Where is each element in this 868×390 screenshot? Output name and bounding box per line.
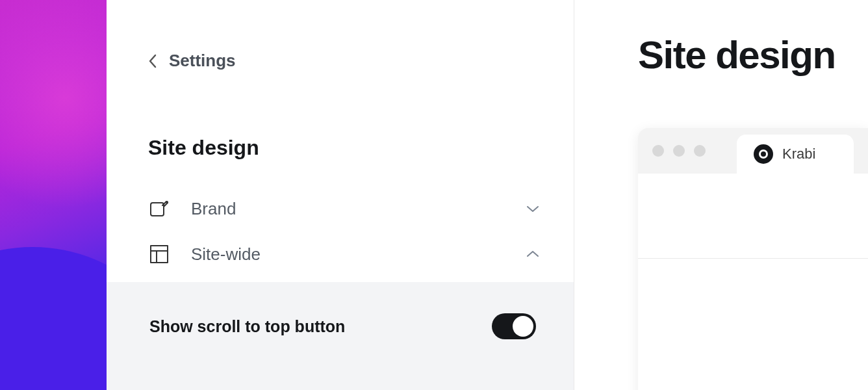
svg-rect-2 xyxy=(151,246,168,263)
chevron-up-icon xyxy=(526,250,540,259)
layout-icon xyxy=(148,243,170,265)
sidebar-item-label: Site-wide xyxy=(191,244,526,265)
chevron-down-icon xyxy=(526,204,540,213)
toggle-knob xyxy=(513,316,533,337)
gradient-sidebar-decoration xyxy=(0,0,107,390)
svg-point-1 xyxy=(166,202,168,203)
sidebar-item-label: Brand xyxy=(191,199,526,219)
sidebar-item-site-wide[interactable]: Site-wide xyxy=(148,231,540,277)
browser-content-area xyxy=(638,259,868,390)
browser-title-bar: Krabi xyxy=(638,128,868,174)
scroll-to-top-toggle[interactable] xyxy=(492,313,536,339)
browser-preview-mockup: Krabi xyxy=(638,128,868,390)
window-controls xyxy=(652,145,706,157)
settings-sidebar: Settings Site design Brand xyxy=(107,0,574,390)
tab-favicon-icon xyxy=(754,144,773,164)
chevron-left-icon xyxy=(148,54,157,68)
browser-content-area xyxy=(638,174,868,258)
back-to-settings-button[interactable]: Settings xyxy=(107,0,574,71)
brand-icon xyxy=(148,198,170,220)
sidebar-section-title: Site design xyxy=(107,71,574,160)
back-label: Settings xyxy=(169,51,236,71)
preview-panel: Site design Krabi xyxy=(574,0,868,390)
tab-label: Krabi xyxy=(782,146,815,162)
scroll-to-top-option-label: Show scroll to top button xyxy=(149,317,345,336)
traffic-light-icon xyxy=(673,145,685,157)
browser-tab[interactable]: Krabi xyxy=(737,135,854,174)
sidebar-item-brand[interactable]: Brand xyxy=(148,186,540,231)
traffic-light-icon xyxy=(694,145,706,157)
svg-rect-0 xyxy=(151,203,164,216)
preview-title: Site design xyxy=(638,32,868,77)
sidebar-menu: Brand Site-wide xyxy=(107,160,574,277)
traffic-light-icon xyxy=(652,145,664,157)
site-wide-options-panel: Show scroll to top button xyxy=(107,282,574,390)
